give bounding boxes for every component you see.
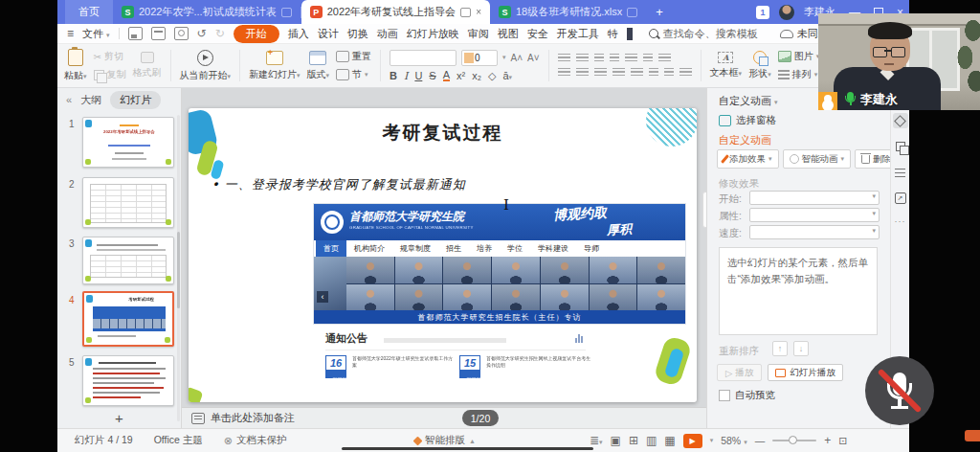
panel-title[interactable]: 自定义动画 ▾	[719, 94, 778, 108]
reading-view-icon[interactable]: ▥	[646, 434, 657, 447]
tab-slides-active[interactable]: 幻灯片	[110, 91, 161, 109]
add-slide-button[interactable]: +	[57, 410, 181, 426]
play-animation-button[interactable]: ▷播放	[717, 364, 762, 381]
indent-decrease-icon[interactable]	[594, 54, 604, 63]
menu-tab-home-active[interactable]: 开始	[234, 25, 279, 43]
slide-thumbnail-3[interactable]	[82, 237, 174, 284]
font-size-input[interactable]: 0	[461, 50, 498, 66]
zoom-slider[interactable]	[772, 440, 816, 441]
more-panes-icon[interactable]: ···	[895, 216, 906, 226]
normal-view-icon[interactable]: ▣	[611, 434, 621, 447]
nav-item-admissions[interactable]: 招生	[438, 240, 469, 257]
clear-format-icon[interactable]: ◇	[488, 70, 496, 82]
slide-sorter-icon[interactable]: ⊞	[629, 434, 638, 447]
save-icon[interactable]	[128, 27, 143, 40]
slide-thumbnail-1[interactable]: 2022年考研复试线上指导会	[82, 117, 174, 168]
menu-tab-review[interactable]: 审阅	[468, 27, 489, 41]
zoom-out-icon[interactable]: —	[755, 435, 766, 446]
export-pane-icon[interactable]: ↗	[893, 191, 908, 206]
tab-doc-spreadsheet-1[interactable]: S 2022年农学...初试成绩统计表	[113, 0, 301, 24]
menu-tab-insert[interactable]: 插入	[288, 27, 309, 41]
carousel-prev-icon[interactable]: ‹	[317, 291, 328, 303]
text-box-button[interactable]: A 文本框▾	[710, 52, 743, 79]
increase-font-icon[interactable]: A˄	[511, 53, 523, 63]
menu-tab-devtools[interactable]: 开发工具	[557, 27, 599, 41]
move-down-button[interactable]: ↓	[793, 341, 809, 356]
slide-thumbnail-4-selected[interactable]: 考研复试过程	[82, 291, 174, 347]
new-tab-button[interactable]: +	[656, 5, 663, 19]
slide-thumbnail-5[interactable]	[82, 355, 174, 406]
notes-toggle-icon[interactable]: ≣▾	[590, 434, 603, 447]
superscript-icon[interactable]: x²	[457, 70, 465, 81]
redo-icon[interactable]: ↻	[215, 27, 225, 40]
tab-home[interactable]: 首页	[65, 0, 113, 24]
fit-window-icon[interactable]: ⊡	[838, 435, 847, 447]
smart-animation-button[interactable]: 智能动画▾	[783, 149, 852, 169]
move-up-button[interactable]: ↑	[772, 341, 788, 356]
theme-name[interactable]: Office 主题	[154, 434, 203, 447]
play-from-current-button[interactable]: 从当前开始▾	[180, 50, 232, 82]
print-icon[interactable]	[151, 27, 166, 40]
nav-item-home[interactable]: 首页	[316, 240, 346, 257]
zoom-level[interactable]: 58% ▾	[721, 435, 746, 446]
window-count-badge[interactable]: 1	[756, 6, 769, 19]
cut-button[interactable]: ✂剪切	[94, 50, 126, 63]
nav-item-supervisors[interactable]: 导师	[576, 240, 607, 257]
menu-tab-design[interactable]: 设计	[318, 27, 339, 41]
tab-doc-spreadsheet-2[interactable]: S 18级各班考研情况.xlsx	[490, 0, 646, 24]
font-color-icon[interactable]: A	[443, 70, 450, 81]
selection-pane-button[interactable]: 选择窗格	[719, 114, 776, 127]
collapse-sidebar-icon[interactable]: «	[66, 94, 72, 105]
copy-button[interactable]: 复制	[94, 68, 126, 81]
nav-item-training[interactable]: 培养	[469, 240, 500, 257]
distribute-icon[interactable]	[631, 68, 643, 78]
numbering-icon[interactable]	[576, 54, 589, 63]
sidebar-scrollbar-thumb[interactable]	[177, 232, 180, 308]
slide-thumbnail-2[interactable]	[82, 177, 174, 228]
align-right-icon[interactable]	[594, 68, 607, 78]
font-size-dropdown-icon[interactable]: ▾	[502, 54, 506, 61]
paragraph-settings-icon[interactable]	[679, 68, 692, 78]
smart-layout-button[interactable]: 智能排版 ▲	[414, 429, 476, 452]
nav-item-about[interactable]: 机构简介	[346, 240, 392, 257]
menu-tab-animation[interactable]: 动画	[377, 27, 398, 41]
subscript-icon[interactable]: x₂	[472, 70, 481, 81]
new-slide-button[interactable]: 新建幻灯片▾	[249, 51, 301, 81]
slide-bullet-text[interactable]: • 一、登录报考学校官网了解复试最新通知	[212, 176, 466, 193]
menu-tab-security[interactable]: 安全	[527, 27, 548, 41]
reset-button[interactable]: 重置	[336, 50, 371, 63]
slideshow-view-icon[interactable]: ▦	[664, 434, 675, 447]
tab-close-icon[interactable]: ×	[476, 7, 481, 17]
indent-increase-icon[interactable]	[610, 54, 619, 63]
mute-microphone-button[interactable]	[865, 356, 934, 425]
slide-title[interactable]: 考研复试过程	[189, 121, 697, 146]
align-left-icon[interactable]	[558, 68, 570, 78]
section-button[interactable]: 节▾	[336, 68, 371, 81]
decrease-font-icon[interactable]: A˅	[527, 53, 540, 63]
align-center-icon[interactable]	[576, 68, 589, 78]
char-spacing-icon[interactable]: ā▾	[502, 70, 512, 81]
shrink-text-icon[interactable]	[649, 68, 658, 78]
strikethrough-icon[interactable]: S	[429, 70, 435, 81]
shapes-button[interactable]: 形状▾	[748, 51, 771, 80]
arrange-button[interactable]: 排列▾	[778, 68, 820, 81]
bullets-icon[interactable]	[558, 54, 570, 63]
notes-bar[interactable]: 单击此处添加备注	[182, 407, 706, 428]
print-preview-icon[interactable]	[174, 27, 189, 40]
numbering-more-icon[interactable]	[664, 68, 674, 78]
slideshow-play-button[interactable]: ▶	[683, 434, 702, 448]
command-search[interactable]: 查找命令、搜索模板	[649, 27, 758, 41]
zoom-slider-knob[interactable]	[789, 436, 797, 444]
menu-tab-view[interactable]: 视图	[498, 27, 519, 41]
notice-item-2[interactable]: 15 2022/03 首都师范大学研究生招生网线上视频复试平台考生操作说明	[459, 355, 591, 380]
slide-canvas[interactable]: 考研复试过程 • 一、登录报考学校官网了解复试最新通知 I 首都师范大学研究生院…	[189, 108, 697, 402]
menu-tab-special[interactable]: 特	[608, 27, 618, 41]
user-avatar[interactable]	[779, 5, 794, 20]
animation-pane-icon[interactable]	[893, 113, 908, 128]
undo-icon[interactable]: ↺	[197, 27, 207, 40]
meeting-video-overlay[interactable]: 李建永	[818, 13, 980, 110]
play-options-icon[interactable]: ▾	[710, 437, 714, 444]
menu-tab-slideshow[interactable]: 幻灯片放映	[407, 27, 459, 41]
document-protection-status[interactable]: ⊗ 文档未保护	[224, 434, 287, 447]
object-properties-icon[interactable]	[893, 165, 908, 180]
